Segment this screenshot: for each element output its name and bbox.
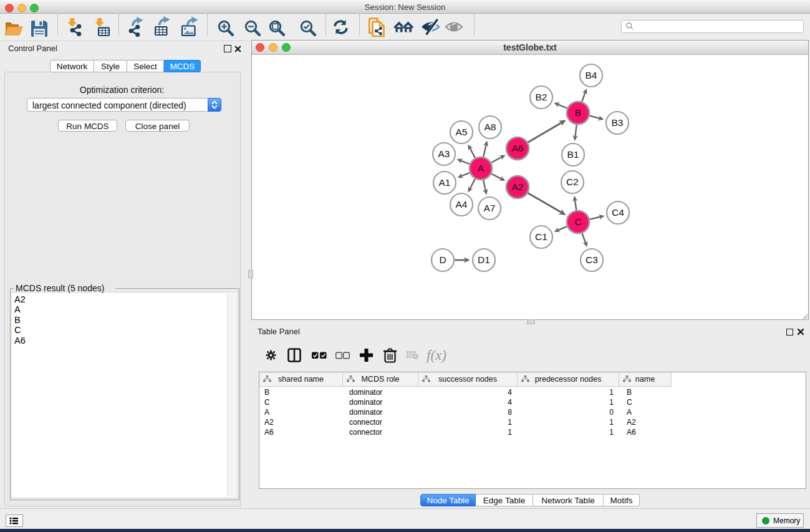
svg-text:D1: D1 <box>478 254 490 265</box>
svg-text:C4: C4 <box>612 207 624 218</box>
svg-text:B2: B2 <box>536 92 547 102</box>
svg-text:A3: A3 <box>438 148 450 159</box>
svg-text:B1: B1 <box>567 149 579 160</box>
svg-text:B4: B4 <box>586 70 597 80</box>
svg-text:B3: B3 <box>612 117 624 128</box>
svg-text:A2: A2 <box>512 181 524 192</box>
svg-text:f(x): f(x) <box>427 347 446 363</box>
svg-text:A1: A1 <box>439 177 451 188</box>
svg-text:C: C <box>574 216 581 227</box>
svg-text:A: A <box>478 163 485 173</box>
svg-text:A5: A5 <box>456 127 468 137</box>
svg-text:A4: A4 <box>456 199 468 210</box>
svg-text:C1: C1 <box>535 231 547 242</box>
svg-text:A7: A7 <box>484 203 496 213</box>
svg-text:C2: C2 <box>566 177 579 187</box>
svg-text:A6: A6 <box>512 143 524 153</box>
svg-text:D: D <box>439 254 446 265</box>
svg-text:C3: C3 <box>586 254 598 265</box>
svg-text:A8: A8 <box>485 122 496 132</box>
svg-text:B: B <box>575 107 581 118</box>
